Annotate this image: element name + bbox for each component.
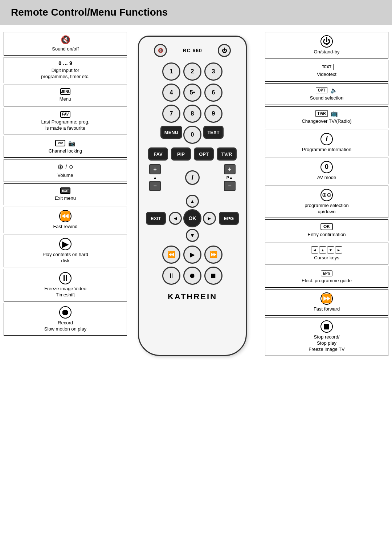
btn-2[interactable]: 2 [183,62,201,81]
av-mode-icon: 0 [320,161,333,173]
btn-text[interactable]: TEXT [203,126,223,139]
freeze-video-label: Freeze image VideoTimeshift [44,286,86,298]
btn-menu[interactable]: MENU [160,126,182,139]
btn-pip[interactable]: PIP [171,147,191,161]
mute-button[interactable]: 🔇 [154,44,167,57]
label-play-hard-disk: ▶ Play contents on harddisk [4,235,127,267]
btn-fav[interactable]: FAV [148,147,168,161]
cursor-right-button[interactable]: ► [203,212,216,225]
left-column: 🔇 Sound on/off 0 … 9 Digit input forprog… [4,32,127,356]
prog-down-button[interactable]: − [224,181,236,191]
btn-9[interactable]: 9 [204,105,222,123]
pip-icon: PIP 📷 [55,140,75,147]
programme-control: + P▲ − [224,164,236,191]
page-header: Remote Control/Menu Functions [0,0,392,25]
changeover-tv-radio-label: Changeover TV/(Radio) [302,118,351,125]
cursor-keys-label: Cursor keys [314,255,339,261]
power-circle-icon: ⏻ [320,35,333,48]
label-channel-locking: PIP 📷 Channel locking [4,136,127,158]
tvr-icon: TV/R 📺 [315,110,338,117]
btn-play[interactable]: ▶ [183,246,201,264]
videotext-label: Videotext [317,72,336,78]
label-exit-menu: EXIT Exit menu [4,183,127,205]
volume-control: + ▲ − [149,164,161,191]
fav-icon: FAV [60,111,70,118]
prog-selection-icon: ⊕⊖ [320,189,333,201]
label-volume: ⊕ / ⊖ Volume [4,159,127,182]
label-freeze-video: ⏸ Freeze image VideoTimeshift [4,269,127,301]
btn-7[interactable]: 7 [162,105,180,123]
btn-8[interactable]: 8 [183,105,201,123]
btn-4[interactable]: 4 [162,84,180,102]
remote-model-label: RC 660 [183,48,202,53]
btn-epg[interactable]: EPG [219,212,239,225]
digit-input-label: Digit input forprogrammes, timer etc. [41,68,90,80]
label-ok-entry: OK Entry confirmation [265,219,388,241]
fast-rewind-label: Fast rewind [53,224,77,230]
fav-row: FAV PIP OPT TV/R [148,147,237,161]
brand-label: KATHREIN [168,292,217,301]
btn-0[interactable]: 0 [183,126,201,144]
epg-label: Elect. programme guide [302,278,352,284]
record-label: RecordSlow motion on play [44,320,86,332]
btn-1[interactable]: 1 [162,62,180,81]
btn-5[interactable]: 5• [183,84,201,102]
power-button[interactable]: ⏻ [218,44,231,57]
label-av-mode: 0 AV mode [265,158,388,184]
btn-pause[interactable]: ⏸ [162,267,180,285]
exit-icon: EXIT [60,187,70,194]
sound-on-off-icon: 🔇 [61,35,70,45]
btn-3[interactable]: 3 [204,62,222,81]
last-programme-label: Last Programme; prog.is made a favourite [41,119,90,131]
info-circle-icon: i [320,133,333,145]
vol-prog-row: + ▲ − i + P▲ − [149,164,236,191]
sound-selection-label: Sound selection [310,95,344,101]
btn-opt[interactable]: OPT [194,147,214,161]
text-box-icon: TEXT [320,64,334,70]
prog-up-button[interactable]: + [224,164,236,174]
on-standby-label: On/stand-by [314,49,340,55]
remote-top-row: 🔇 RC 660 ⏻ [154,44,230,57]
label-changeover-tv-radio: TV/R 📺 Changeover TV/(Radio) [265,106,388,128]
vol-down-button[interactable]: − [149,181,161,191]
label-fast-forward: ⏩ Fast forward [265,289,388,316]
btn-fast-forward[interactable]: ⏩ [204,246,222,264]
cursor-down-button[interactable]: ▼ [186,229,199,242]
btn-stop[interactable]: ⏹ [204,267,222,285]
cursor-keys-icon: ◄ ▲ ▼ ► [311,246,342,254]
btn-tvr[interactable]: TV/R [217,147,237,161]
volume-icon: ⊕ / ⊖ [57,162,74,171]
label-programme-info: i Programme information [265,130,388,156]
sound-on-off-label: Sound on/off [52,46,79,52]
cursor-left-button[interactable]: ◄ [169,212,182,225]
fast-rewind-icon: ⏪ [59,210,72,222]
vol-up-button[interactable]: + [149,164,161,174]
programme-selection-label: programme selectionup/down [305,203,348,215]
btn-record[interactable]: ⏺ [183,267,201,285]
remote-center: 🔇 RC 660 ⏻ 1 2 3 4 5• 6 7 8 9 MENU 0 TEX… [127,32,258,356]
ok-cross: ▲ ▼ ◄ ► OK [169,195,216,242]
cursor-up-button[interactable]: ▲ [186,195,199,208]
label-stop-record: ⏹ Stop record/Stop playFreeze image TV [265,317,388,356]
channel-locking-label: Channel locking [49,148,82,154]
av-mode-label: AV mode [317,175,336,181]
btn-rewind[interactable]: ⏪ [162,246,180,264]
label-epg: EPG Elect. programme guide [265,266,388,288]
fast-forward-icon: ⏩ [320,292,333,305]
ok-button[interactable]: OK [183,209,201,227]
btn-6[interactable]: 6 [204,84,222,102]
label-last-programme: FAV Last Programme; prog.is made a favou… [4,108,127,135]
pause-icon: ⏸ [59,272,72,284]
stop-record-label: Stop record/Stop playFreeze image TV [309,334,344,353]
remote-control: 🔇 RC 660 ⏻ 1 2 3 4 5• 6 7 8 9 MENU 0 TEX… [138,36,247,356]
label-on-standby: ⏻ On/stand-by [265,32,388,58]
label-fast-rewind: ⏪ Fast rewind [4,207,127,233]
ok-entry-label: Entry confirmation [308,232,346,238]
btn-exit[interactable]: EXIT [146,212,166,225]
info-button[interactable]: i [185,170,200,185]
record-icon: ⏺ [59,306,72,319]
volume-label: Volume [57,173,73,179]
stop-icon: ⏹ [320,320,333,333]
label-sound-selection: OPT 🔈 Sound selection [265,83,388,105]
label-sound-on-off: 🔇 Sound on/off [4,32,127,56]
